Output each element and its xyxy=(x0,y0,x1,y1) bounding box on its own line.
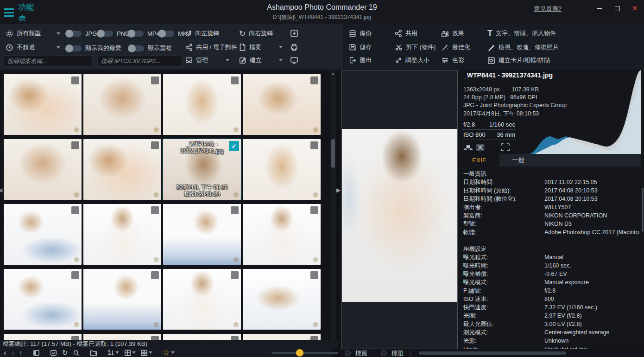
save-button[interactable]: 儲存 xyxy=(349,42,372,53)
favorite-star-icon[interactable]: ☆ xyxy=(313,191,319,199)
preview-size-slider[interactable] xyxy=(419,351,566,355)
thumbnail[interactable]: ☆ xyxy=(83,74,161,135)
zoom-out-button[interactable]: − xyxy=(263,349,267,357)
info-scrollbar-thumb[interactable] xyxy=(642,188,644,232)
thumbnail-checkbox[interactable] xyxy=(310,76,318,84)
favorite-star-icon[interactable]: ☆ xyxy=(313,320,319,329)
toggle-png[interactable]: PNG xyxy=(97,30,130,37)
tab-exif[interactable]: EXIF xyxy=(459,154,499,166)
favorite-star-icon[interactable]: ☆ xyxy=(233,191,239,199)
layout-view-dropdown[interactable] xyxy=(141,350,152,356)
up-folder-button[interactable]: ↑ xyxy=(19,349,23,356)
thumbnail-checkbox[interactable] xyxy=(231,271,239,279)
create-menu-caret[interactable] xyxy=(279,59,283,61)
favorite-star-icon[interactable]: ☆ xyxy=(313,255,319,264)
tab-general[interactable]: 一般 xyxy=(499,154,555,166)
info-panel-scrollbar[interactable] xyxy=(641,70,644,357)
thumbnail[interactable]: ☆ xyxy=(83,139,161,200)
forward-button[interactable]: › xyxy=(12,349,14,357)
favorite-star-icon[interactable]: ☆ xyxy=(153,320,159,329)
thumbnail[interactable]: ☆ xyxy=(163,269,241,330)
thumbnail-selected[interactable]: ✓_WTP8441 -39921374341.jpg2017/4/8, 下午 0… xyxy=(163,139,241,200)
rotate-right-button[interactable]: ↻向右旋轉 xyxy=(239,28,273,39)
thumbnail-checkbox[interactable] xyxy=(231,76,239,84)
search-filename-input[interactable] xyxy=(4,55,93,67)
manage-menu-button[interactable]: 管理 xyxy=(185,55,208,66)
thumbnail-checkbox[interactable] xyxy=(71,206,79,214)
text-objects-button[interactable]: T 文字、箭頭、插入物件 xyxy=(487,28,556,39)
minimize-button[interactable] xyxy=(594,3,605,14)
toggle-mp4[interactable]: MP4 xyxy=(128,30,160,37)
new-folder-button[interactable] xyxy=(90,350,97,356)
preview-pane[interactable] xyxy=(341,70,458,349)
view-repair-button[interactable]: 檢視、改進、修復照片 xyxy=(487,42,559,53)
manage-menu-caret[interactable] xyxy=(226,59,229,61)
effects-button[interactable]: 效果 xyxy=(441,28,464,39)
thumbnail[interactable]: ☆ xyxy=(4,74,82,135)
thumbnail-checkbox[interactable] xyxy=(151,206,159,214)
print-button[interactable] xyxy=(290,42,298,53)
grid-scrollbar[interactable]: ▲ xyxy=(330,70,336,340)
share-email-button[interactable]: 共用 / 電子郵件 xyxy=(185,42,237,53)
back-button[interactable]: ‹ xyxy=(4,349,6,357)
file-menu-caret[interactable] xyxy=(279,46,283,48)
thumbnail[interactable]: ☆ xyxy=(243,139,321,200)
favorite-star-icon[interactable]: ☆ xyxy=(233,255,239,264)
create-cards-button[interactable]: 建立卡片/相框/拼貼 xyxy=(487,55,550,66)
resize-button[interactable]: 調整大小 xyxy=(395,55,429,66)
thumbnail-checkbox[interactable] xyxy=(310,206,318,214)
thumbnail[interactable]: ☆ xyxy=(4,204,82,265)
export-button[interactable]: 匯出 xyxy=(349,55,372,66)
share-button[interactable]: 共用 xyxy=(395,28,417,39)
color-button[interactable]: 色彩 xyxy=(441,55,464,66)
age-filter-dropdown[interactable]: 不超過 xyxy=(6,42,60,53)
thumbnail-checkbox[interactable] xyxy=(231,206,239,214)
favorite-star-icon[interactable]: ☆ xyxy=(74,191,80,199)
thumbnail[interactable]: ☆ xyxy=(243,269,321,330)
thumbnail-checkbox[interactable] xyxy=(71,76,79,84)
favorite-star-icon[interactable]: ☆ xyxy=(153,126,159,134)
rotate-left-button[interactable]: ↺向左旋轉 xyxy=(185,28,219,39)
thumbnail-checkbox[interactable] xyxy=(151,76,159,84)
thumbnail[interactable]: ☆ xyxy=(83,269,161,330)
sort-order-dropdown[interactable] xyxy=(107,350,119,356)
thumbnail[interactable]: ☆ xyxy=(243,74,321,135)
thumbnail-checkbox[interactable] xyxy=(310,141,318,149)
optimize-button[interactable]: 最佳化 xyxy=(441,42,470,53)
thumbnail[interactable]: ☆ xyxy=(83,204,161,265)
toggle-sidebar-button[interactable] xyxy=(33,350,40,356)
thumbnail[interactable]: ☆ xyxy=(4,269,82,330)
thumbnail-checkbox[interactable] xyxy=(71,271,79,279)
refresh-button[interactable]: ↻ xyxy=(62,349,68,356)
favorite-star-icon[interactable]: ☆ xyxy=(153,255,159,264)
create-menu-button[interactable]: 建立 xyxy=(239,55,262,66)
feedback-link[interactable]: 意見反應? xyxy=(534,5,562,13)
zoom-slider-knob[interactable] xyxy=(296,349,303,357)
thumbnail-checkbox[interactable] xyxy=(151,141,159,149)
favorite-star-icon[interactable]: ☆ xyxy=(74,320,80,329)
select-mode-button[interactable] xyxy=(50,350,57,356)
grid-scrollbar-thumb[interactable] xyxy=(331,139,335,168)
grid-view-dropdown[interactable] xyxy=(124,350,136,356)
thumbnail[interactable]: ☆ xyxy=(4,139,82,200)
toggle-show-duplicates[interactable]: 顯示重複 xyxy=(128,44,172,52)
toggle-jpg[interactable]: JPG xyxy=(66,30,97,37)
cut-objects-button[interactable]: 剪下 (物件) xyxy=(395,42,436,53)
thumbnail-checkbox[interactable] xyxy=(71,141,79,149)
tags-toggle[interactable] xyxy=(345,350,351,356)
favorite-star-icon[interactable]: ☆ xyxy=(153,191,159,199)
collapse-left-panel-handle[interactable]: ◀ xyxy=(0,187,2,193)
search-metadata-input[interactable] xyxy=(97,55,183,67)
backup-button[interactable]: 備份 xyxy=(349,28,372,39)
type-filter-dropdown[interactable]: 所有類型 xyxy=(6,28,60,39)
favorite-star-icon[interactable]: ☆ xyxy=(74,255,80,264)
zoom-slider-track[interactable] xyxy=(271,352,346,354)
menu-button[interactable]: 功能表 xyxy=(4,6,38,19)
toggle-show-favorites[interactable]: 顯示我的最愛 xyxy=(66,44,121,52)
maximize-button[interactable] xyxy=(612,3,623,14)
slideshow-button[interactable] xyxy=(290,55,298,66)
pdf-export-button[interactable] xyxy=(290,28,298,39)
favorites-filter-dropdown[interactable]: ☆ xyxy=(163,349,174,357)
thumbnail[interactable]: ☆ xyxy=(243,204,321,265)
scroll-up-arrow[interactable]: ▲ xyxy=(331,71,335,76)
